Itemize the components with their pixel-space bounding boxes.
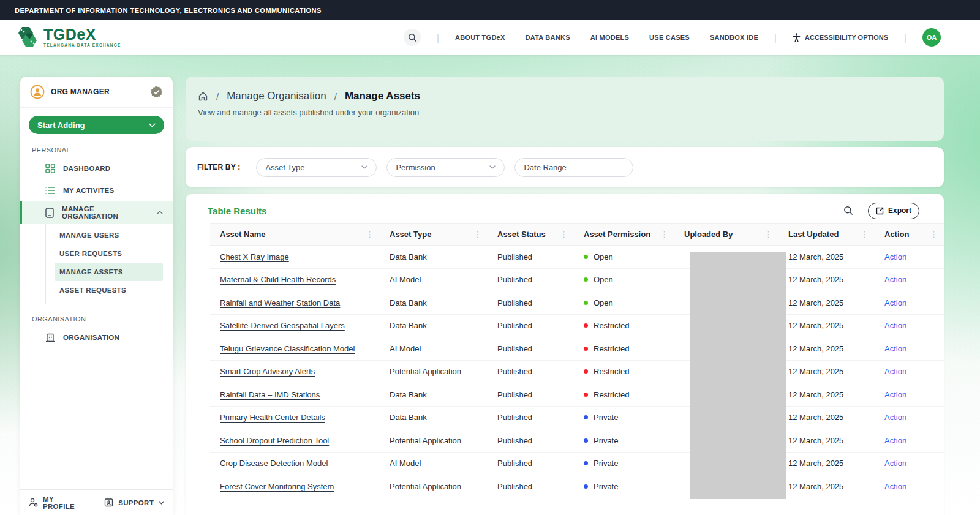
row-action-link[interactable]: Action [884, 413, 907, 422]
date-range-input[interactable]: Date Range [514, 158, 633, 177]
sidebar-item-manage-organisation[interactable]: MANAGE ORGANISATION [20, 201, 173, 224]
permission-dot [584, 369, 588, 374]
asset-type-cell: AI Model [380, 452, 488, 475]
asset-permission-cell: Restricted [574, 337, 674, 361]
asset-permission-cell: Private [574, 475, 674, 498]
sidebar-item-my-activities[interactable]: MY ACTIVITES [20, 179, 173, 201]
column-menu-icon[interactable]: ⋮ [473, 230, 481, 239]
nav-about-tgdex[interactable]: ABOUT TGDeX [455, 34, 505, 41]
permission-dropdown[interactable]: Permission [386, 158, 505, 177]
chevron-down-icon [489, 165, 496, 169]
column-menu-icon[interactable]: ⋮ [764, 230, 772, 239]
building-icon [45, 333, 55, 342]
table-search-button[interactable] [843, 206, 853, 216]
asset-name-link[interactable]: Rainfall and Weather Station Data [220, 298, 340, 307]
asset-status-cell: Published [488, 337, 574, 361]
assets-table: Asset Name ⋮ Asset Type ⋮ Asset Status ⋮… [210, 223, 944, 498]
nav-ai-models[interactable]: AI MODELS [590, 34, 629, 41]
sidebar-item-dashboard[interactable]: DASHBOARD [20, 157, 173, 179]
row-action-link[interactable]: Action [884, 390, 907, 399]
column-header: Asset Type ⋮ [380, 224, 488, 246]
last-updated-cell: 12 March, 2025 [778, 383, 875, 407]
table-row: School Dropout Prediction Tool Potential… [210, 429, 944, 453]
table-row: Primary Health Center Details Data Bank … [210, 406, 944, 429]
sidebar-subitem-manage-assets[interactable]: MANAGE ASSETS [55, 263, 163, 281]
column-menu-icon[interactable]: ⋮ [861, 230, 869, 239]
column-header-label: Last Updated [788, 230, 839, 239]
permission-dot [584, 255, 588, 259]
asset-name-link[interactable]: Telugu Grievance Classification Model [220, 344, 355, 353]
asset-name-link[interactable]: Crop Disease Detection Model [220, 459, 328, 468]
column-menu-icon[interactable]: ⋮ [366, 230, 374, 239]
row-action-link[interactable]: Action [884, 436, 907, 445]
breadcrumb-manage-organisation[interactable]: Manage Organisation [227, 90, 326, 102]
permission-label: Restricted [594, 367, 630, 376]
support-label: SUPPORT [118, 499, 154, 506]
sidebar-subitem-user-requests[interactable]: USER REQUESTS [55, 244, 163, 263]
support-link[interactable]: SUPPORT [104, 498, 164, 507]
main-content: / Manage Organisation / Manage Assets Vi… [186, 77, 944, 515]
row-action-link[interactable]: Action [884, 298, 907, 307]
asset-status-cell: Published [488, 246, 574, 269]
asset-status-cell: Published [488, 314, 574, 337]
permission-label: Restricted [594, 390, 630, 399]
table-header-row: Asset Name ⋮ Asset Type ⋮ Asset Status ⋮… [210, 224, 944, 246]
chevron-down-icon [149, 123, 156, 127]
row-action-link[interactable]: Action [884, 482, 907, 491]
user-avatar[interactable]: OA [922, 28, 941, 47]
column-menu-icon[interactable]: ⋮ [930, 230, 938, 239]
sidebar-item-label: MY ACTIVITES [63, 187, 114, 194]
date-range-placeholder: Date Range [524, 163, 566, 172]
profile-person-icon [29, 498, 38, 507]
asset-name-link[interactable]: Chest X Ray Image [220, 252, 289, 261]
row-action-link[interactable]: Action [884, 344, 907, 353]
logo-title: TGDeX [43, 27, 121, 42]
home-icon[interactable] [198, 91, 208, 102]
asset-permission-cell: Restricted [574, 360, 674, 383]
last-updated-cell: 12 March, 2025 [778, 337, 875, 361]
permission-dot [584, 415, 588, 419]
sidebar-item-organisation[interactable]: ORGANISATION [20, 326, 173, 348]
asset-name-link[interactable]: Smart Crop Advisory Alerts [220, 367, 315, 376]
accessibility-options-button[interactable]: ACCESSIBILITY OPTIONS [793, 33, 888, 42]
column-menu-icon[interactable]: ⋮ [660, 230, 668, 239]
tablet-icon [45, 208, 54, 218]
last-updated-cell: 12 March, 2025 [778, 268, 875, 291]
asset-name-link[interactable]: Maternal & Child Health Records [220, 275, 336, 284]
asset-name-link[interactable]: School Dropout Prediction Tool [220, 436, 329, 445]
export-button[interactable]: Export [868, 203, 919, 219]
asset-name-link[interactable]: Rainfall Data – IMD Stations [220, 390, 320, 399]
accessibility-label: ACCESSIBILITY OPTIONS [805, 34, 888, 41]
org-manager-avatar-icon [30, 85, 45, 99]
column-menu-icon[interactable]: ⋮ [560, 230, 568, 239]
permission-label: Private [594, 459, 618, 468]
row-action-link[interactable]: Action [884, 367, 907, 376]
asset-name-link[interactable]: Satellite-Derived Geospatial Layers [220, 321, 345, 330]
asset-name-link[interactable]: Primary Health Center Details [220, 413, 325, 422]
nav-data-banks[interactable]: DATA BANKS [526, 34, 570, 41]
sidebar-subitem-manage-users[interactable]: MANAGE USERS [55, 226, 163, 244]
asset-type-dropdown[interactable]: Asset Type [256, 158, 377, 177]
table-row: Maternal & Child Health Records AI Model… [210, 268, 944, 291]
column-header: Asset Status ⋮ [488, 224, 574, 246]
asset-status-cell: Published [488, 268, 574, 291]
row-action-link[interactable]: Action [884, 252, 907, 261]
row-action-link[interactable]: Action [884, 275, 907, 284]
logo-subtitle: TELANGANA DATA EXCHANGE [43, 43, 121, 48]
header-divider: | [904, 32, 907, 43]
start-adding-button[interactable]: Start Adding [29, 116, 164, 134]
row-action-link[interactable]: Action [884, 459, 907, 468]
nav-use-cases[interactable]: USE CASES [649, 34, 690, 41]
nav-sandbox-ide[interactable]: SANDBOX IDE [710, 34, 758, 41]
filter-bar: FILTER BY : Asset Type Permission Date R… [186, 147, 944, 187]
asset-type-cell: Potential Application [380, 360, 488, 383]
sidebar-subitem-asset-requests[interactable]: ASSET REQUESTS [55, 281, 163, 299]
sidebar: ORG MANAGER Start Adding PERSONAL [20, 77, 173, 515]
tgdex-logo[interactable]: TGDeX TELANGANA DATA EXCHANGE [15, 26, 121, 49]
header-search-button[interactable] [404, 29, 421, 46]
chevron-down-icon [361, 165, 368, 169]
row-action-link[interactable]: Action [884, 321, 907, 330]
my-profile-link[interactable]: MY PROFILE [29, 495, 81, 510]
asset-type-cell: AI Model [380, 268, 488, 291]
asset-name-link[interactable]: Forest Cover Monitoring System [220, 482, 334, 491]
